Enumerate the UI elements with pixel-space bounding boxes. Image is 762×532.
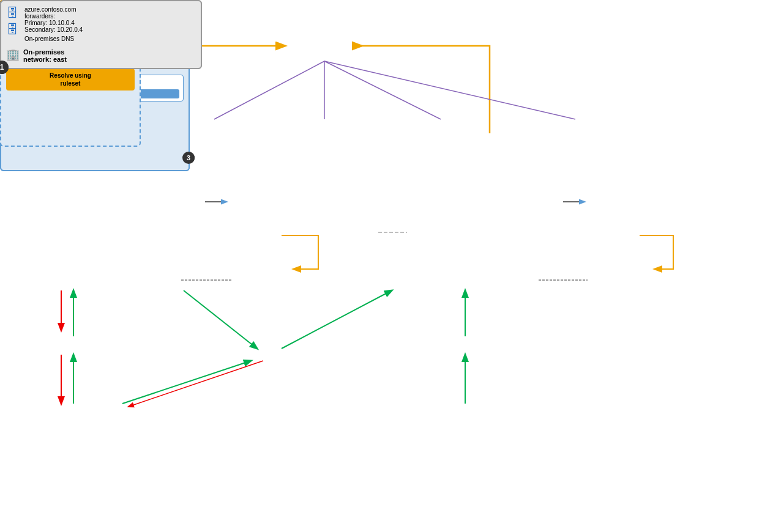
east-spoke-resolve-ruleset: Resolve using ruleset: [6, 68, 135, 91]
on-prem-east-label: On-premises network: east: [23, 48, 67, 63]
on-prem-east-forwarders: azure.contoso.com forwarders: Primary: 1…: [24, 6, 83, 33]
svg-line-11: [184, 290, 257, 349]
svg-line-14: [129, 361, 263, 407]
svg-line-12: [282, 290, 392, 349]
on-prem-east-box: 🗄 🗄 azure.contoso.com forwarders: Primar…: [0, 0, 202, 69]
on-prem-east-servers: 🗄 🗄: [6, 6, 18, 37]
east-outbound-badge: 3: [182, 152, 195, 164]
svg-line-3: [324, 61, 575, 119]
svg-line-13: [122, 361, 251, 404]
on-prem-east-server1-icon: 🗄: [6, 6, 18, 20]
diagram-container: Private DNS zone DNS azure.contoso.com ✦…: [0, 0, 762, 532]
on-prem-east-dns-label: On-premises DNS: [24, 35, 83, 42]
svg-line-0: [214, 61, 324, 119]
svg-line-2: [324, 61, 441, 119]
on-prem-east-server2-icon: 🗄: [6, 23, 18, 37]
on-prem-east-network-icon: 🏢: [6, 48, 20, 61]
